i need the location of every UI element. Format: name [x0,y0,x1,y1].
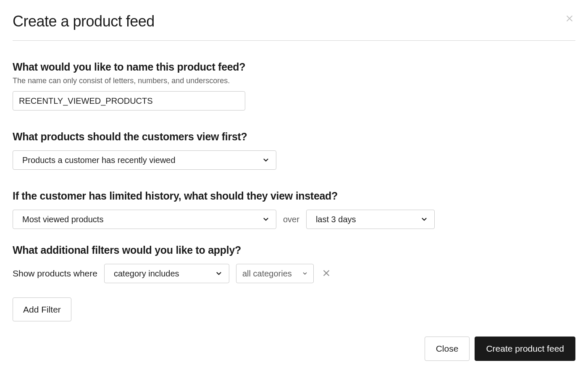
modal-title: Create a product feed [13,13,155,30]
view-first-select-wrapper: Products a customer has recently viewed [13,150,276,170]
fallback-product-select[interactable]: Most viewed products [13,210,276,229]
fallback-section: If the customer has limited history, wha… [13,190,575,229]
add-filter-button[interactable]: Add Filter [13,297,71,321]
filters-section: What additional filters would you like t… [13,244,575,321]
create-product-feed-modal: Create a product feed What would you lik… [13,13,575,361]
name-section-subtitle: The name can only consist of letters, nu… [13,76,575,85]
modal-footer: Close Create product feed [13,337,575,361]
close-button[interactable]: Close [425,337,470,361]
view-first-section: What products should the customers view … [13,131,575,170]
close-icon-button[interactable] [564,13,575,26]
create-product-feed-button[interactable]: Create product feed [475,337,575,361]
filter-type-select[interactable]: category includes [104,264,229,283]
view-first-select[interactable]: Products a customer has recently viewed [13,150,276,170]
filter-row: Show products where category includes al… [13,264,575,283]
remove-filter-button[interactable] [320,267,332,280]
close-icon [322,269,331,279]
filter-value-select-wrapper: all categories [236,264,314,283]
close-icon [565,14,574,24]
feed-name-input[interactable] [13,91,245,110]
fallback-product-select-wrapper: Most viewed products [13,210,276,229]
fallback-time-select-wrapper: last 3 days [306,210,435,229]
filter-value-select[interactable]: all categories [236,264,314,283]
over-label: over [283,215,299,224]
filters-title: What additional filters would you like t… [13,244,575,256]
modal-header: Create a product feed [13,13,575,41]
show-products-label: Show products where [13,268,97,279]
view-first-title: What products should the customers view … [13,131,575,143]
fallback-time-select[interactable]: last 3 days [306,210,435,229]
name-section-title: What would you like to name this product… [13,61,575,73]
filter-type-select-wrapper: category includes [104,264,229,283]
name-section: What would you like to name this product… [13,61,575,110]
fallback-title: If the customer has limited history, wha… [13,190,575,202]
